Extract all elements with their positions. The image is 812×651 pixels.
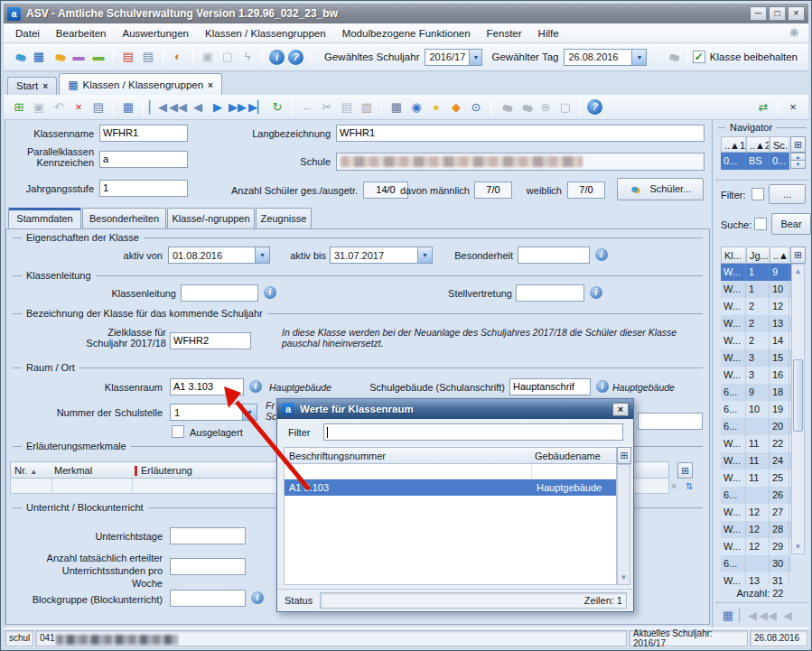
klassen-list-row[interactable]: 6...30 (721, 555, 791, 572)
tag-select[interactable]: 26.08.2016 ▼ (564, 49, 647, 66)
schnell-zurueck-icon[interactable]: ◀◀ (169, 98, 187, 116)
record-spinner[interactable]: ▲ ▼ (790, 153, 806, 170)
drucken-icon[interactable]: ▦ (387, 98, 406, 116)
klassen-list-row[interactable]: W...1331 (721, 572, 791, 584)
klassen-gelb-icon[interactable]: ☻ (50, 48, 68, 66)
column-header-nr[interactable]: Nr. ▲ (10, 461, 51, 479)
info-icon[interactable]: i (590, 286, 602, 299)
scroll-down-icon[interactable]: ▼ (792, 543, 804, 551)
klassen-list-row[interactable]: W...1124 (721, 452, 791, 470)
chevron-down-icon[interactable]: ▼ (242, 405, 257, 420)
klassen-list-row[interactable]: 6...20 (721, 418, 791, 435)
menu-klassen-klassengruppen[interactable]: Klassen / Klassengruppen (197, 25, 334, 42)
settings-gear-icon[interactable]: ❋ (789, 26, 805, 40)
scroll-down-icon[interactable]: ▼ (618, 573, 630, 581)
hilfe-icon[interactable]: ? (587, 99, 602, 115)
schulgebaeude-field[interactable]: Hauptanschrif (509, 378, 591, 395)
tab-klassen-klassengruppen[interactable]: ▦ Klassen / Klassengruppen× (59, 73, 222, 95)
column-header-merkmal[interactable]: Merkmal (51, 461, 132, 479)
info-icon[interactable]: i (596, 380, 609, 393)
unterrichtsstunden-field[interactable] (170, 558, 246, 575)
aktualisieren-icon[interactable]: ↻ (268, 98, 286, 116)
schueler-button[interactable]: ☻ Schüler... (617, 178, 704, 200)
filter-button[interactable]: ... (769, 184, 806, 204)
notiz-bubble-icon[interactable]: ▬ (70, 48, 88, 66)
suche-checkbox[interactable] (754, 218, 767, 230)
klassenname-field[interactable]: WFHR1 (99, 125, 188, 142)
empty-row[interactable] (285, 464, 616, 479)
close-button[interactable]: × (788, 6, 805, 21)
tab-besonderheiten[interactable]: Besonderheiten (82, 208, 166, 229)
scroll-thumb[interactable] (793, 359, 803, 432)
einfuegen-icon[interactable]: ▥ (358, 98, 376, 116)
klassenraum-row-selected[interactable]: A1 3.103Hauptgebäude (285, 479, 616, 496)
klassen-list-row[interactable]: W...19 (721, 264, 791, 281)
column-header[interactable]: Sc... (770, 136, 789, 153)
unterrichtstage-field[interactable] (170, 527, 246, 544)
voriger-datensatz-icon[interactable]: ◀ (189, 98, 207, 116)
column-config-button[interactable]: ⊞ (617, 447, 631, 464)
menu-modulbezogene-funktionen[interactable]: Modulbezogene Funktionen (334, 25, 479, 42)
list-scrollbar[interactable]: ▲ ▼ (791, 264, 805, 554)
klassenleitung-field[interactable] (181, 284, 258, 302)
chevron-down-icon[interactable]: ▼ (631, 50, 646, 65)
erinnerung-glocke-icon[interactable]: ◆ (447, 98, 465, 116)
minimize-button[interactable]: ─ (750, 6, 767, 21)
klassen-list-row[interactable]: W...212 (721, 298, 791, 315)
tipp-lampe-icon[interactable]: ● (427, 98, 445, 116)
info-icon[interactable]: i (269, 50, 285, 65)
parallelklassen-field[interactable]: a (99, 151, 188, 168)
tabellenansicht-icon[interactable]: ▦ (119, 98, 137, 116)
mitteilung-bubble-icon[interactable]: ▬ (89, 48, 107, 66)
clear-filter-icon[interactable]: ✕ (670, 481, 677, 491)
hidden-partial-field[interactable] (638, 413, 703, 430)
tab-start[interactable]: Start× (7, 77, 57, 95)
neuer-datensatz-icon[interactable]: ⊞ (10, 98, 28, 116)
datensatz-loeschen-icon[interactable]: × (70, 98, 88, 116)
tabellenansicht-icon[interactable]: ▦ (719, 607, 737, 625)
spin-down-icon[interactable]: ▼ (790, 161, 806, 169)
column-header[interactable]: Kl... (721, 246, 746, 264)
aktiv-von-select[interactable]: 01.08.2016▼ (168, 246, 270, 264)
klassen-list-row[interactable]: 6...1019 (721, 401, 791, 418)
klasse-beibehalten-checkbox[interactable]: ✓ (693, 51, 705, 63)
dialog-titlebar[interactable]: a Werte für Klassenraum × (277, 399, 633, 419)
zielklasse-field[interactable]: WFHR2 (170, 332, 251, 349)
column-config-button[interactable]: ⊞ (790, 246, 806, 264)
info-icon[interactable]: i (264, 286, 276, 299)
dialog-scrollbar[interactable]: ▼ (617, 464, 630, 585)
maximize-button[interactable]: □ (769, 6, 786, 21)
sort-toggle-icon[interactable]: ⇅ (686, 481, 693, 491)
schule-row-selected[interactable]: 0...BS0... (721, 153, 789, 170)
druckliste-icon[interactable]: ▤ (139, 48, 157, 66)
column-header[interactable]: ..▲2 (746, 136, 770, 153)
tab-zeugnisse[interactable]: Zeugnisse (256, 208, 312, 229)
column-header[interactable]: Jg... (746, 246, 770, 264)
schueler-gruppe-icon[interactable]: ☻ (10, 48, 28, 66)
info-icon[interactable]: i (251, 591, 264, 604)
menu-datei[interactable]: Datei (7, 25, 48, 42)
chevron-down-icon[interactable]: ▼ (255, 247, 269, 263)
uebernehmen-icon[interactable]: ⇄ (754, 98, 772, 116)
column-config-button[interactable]: ⊞ (677, 462, 693, 479)
besonderheit-field[interactable] (518, 246, 590, 264)
klassen-list-row[interactable]: W...1228 (721, 521, 791, 538)
column-header-gebaeudename[interactable]: Gebäudename (530, 447, 617, 464)
tab-klasse-ngruppen[interactable]: Klasse/-ngruppen (167, 208, 255, 229)
chevron-down-icon[interactable]: ▼ (469, 50, 481, 65)
column-header[interactable]: ..▲1 (721, 136, 746, 153)
blockgruppe-field[interactable] (170, 590, 246, 607)
close-tab-icon[interactable]: × (42, 81, 48, 91)
schuljahr-select[interactable]: 2016/17 ▼ (425, 49, 482, 66)
ansicht-schliessen-icon[interactable]: × (784, 98, 802, 116)
ausgelagert-checkbox[interactable] (172, 425, 184, 438)
termin-uhr-icon[interactable]: ⊙ (467, 98, 485, 116)
klassen-list-row[interactable]: 6...26 (721, 487, 791, 504)
jahrgangsstufe-field[interactable]: 1 (99, 180, 188, 197)
scroll-up-icon[interactable]: ▲ (792, 267, 804, 275)
klassen-list-row[interactable]: W...1227 (721, 504, 791, 521)
klassen-list-row[interactable]: W...1229 (721, 538, 791, 555)
datensatz-icon[interactable]: ▤ (89, 98, 107, 116)
klassen-list-row[interactable]: W...214 (721, 332, 791, 349)
spin-up-icon[interactable]: ▲ (790, 153, 806, 161)
